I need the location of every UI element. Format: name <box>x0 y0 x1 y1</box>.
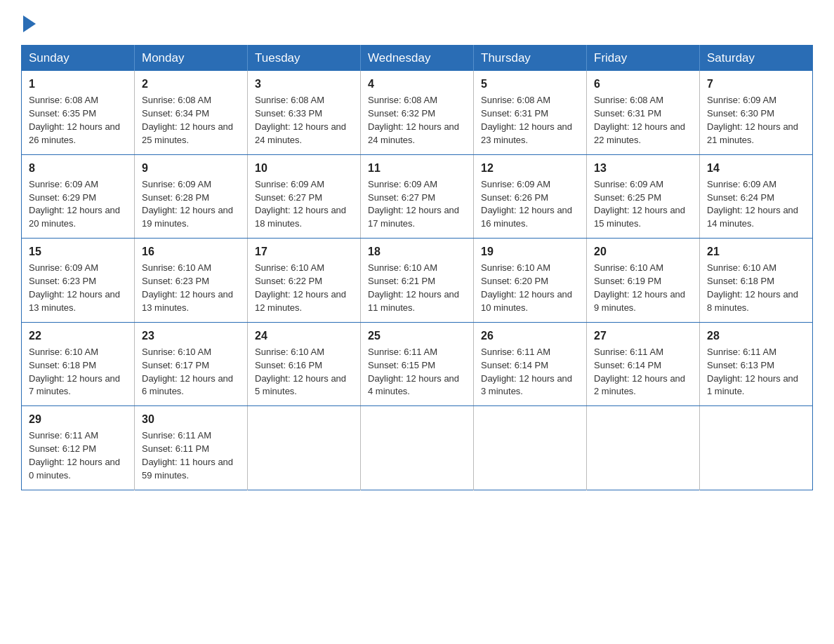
calendar-cell: 7 Sunrise: 6:09 AMSunset: 6:30 PMDayligh… <box>700 71 813 154</box>
day-info: Sunrise: 6:08 AMSunset: 6:31 PMDaylight:… <box>481 95 572 145</box>
day-info: Sunrise: 6:09 AMSunset: 6:25 PMDaylight:… <box>594 179 685 229</box>
calendar-week-row: 15 Sunrise: 6:09 AMSunset: 6:23 PMDaylig… <box>22 239 813 323</box>
day-info: Sunrise: 6:09 AMSunset: 6:24 PMDaylight:… <box>707 179 798 229</box>
day-number: 27 <box>594 328 692 344</box>
day-info: Sunrise: 6:08 AMSunset: 6:35 PMDaylight:… <box>29 95 120 145</box>
calendar-cell: 24 Sunrise: 6:10 AMSunset: 6:16 PMDaylig… <box>248 322 361 406</box>
day-number: 23 <box>142 328 240 344</box>
day-info: Sunrise: 6:10 AMSunset: 6:23 PMDaylight:… <box>142 262 233 313</box>
day-number: 14 <box>707 160 805 176</box>
day-number: 22 <box>29 328 127 344</box>
calendar-cell: 17 Sunrise: 6:10 AMSunset: 6:22 PMDaylig… <box>248 239 361 323</box>
logo <box>21 14 38 32</box>
calendar-cell: 1 Sunrise: 6:08 AMSunset: 6:35 PMDayligh… <box>22 71 135 154</box>
day-info: Sunrise: 6:09 AMSunset: 6:29 PMDaylight:… <box>29 179 120 229</box>
calendar-header-row: SundayMondayTuesdayWednesdayThursdayFrid… <box>22 46 813 72</box>
day-number: 12 <box>481 160 579 176</box>
day-info: Sunrise: 6:10 AMSunset: 6:19 PMDaylight:… <box>594 262 685 313</box>
day-number: 16 <box>142 243 240 260</box>
calendar-cell <box>474 406 587 490</box>
calendar-cell: 4 Sunrise: 6:08 AMSunset: 6:32 PMDayligh… <box>361 71 474 154</box>
day-number: 6 <box>594 76 692 92</box>
calendar-week-row: 8 Sunrise: 6:09 AMSunset: 6:29 PMDayligh… <box>22 154 813 239</box>
calendar-cell: 8 Sunrise: 6:09 AMSunset: 6:29 PMDayligh… <box>22 154 135 239</box>
header-monday: Monday <box>135 46 248 72</box>
day-info: Sunrise: 6:10 AMSunset: 6:17 PMDaylight:… <box>142 347 233 397</box>
day-info: Sunrise: 6:10 AMSunset: 6:21 PMDaylight:… <box>368 262 459 313</box>
calendar-cell: 12 Sunrise: 6:09 AMSunset: 6:26 PMDaylig… <box>474 154 587 239</box>
header-saturday: Saturday <box>700 46 813 72</box>
day-info: Sunrise: 6:09 AMSunset: 6:28 PMDaylight:… <box>142 179 233 229</box>
day-info: Sunrise: 6:08 AMSunset: 6:31 PMDaylight:… <box>594 95 685 145</box>
calendar-cell: 18 Sunrise: 6:10 AMSunset: 6:21 PMDaylig… <box>361 239 474 323</box>
day-number: 7 <box>707 76 805 92</box>
day-info: Sunrise: 6:09 AMSunset: 6:26 PMDaylight:… <box>481 179 572 229</box>
day-number: 4 <box>368 76 466 92</box>
day-number: 10 <box>255 160 353 176</box>
calendar-table: SundayMondayTuesdayWednesdayThursdayFrid… <box>21 45 813 490</box>
header-wednesday: Wednesday <box>361 46 474 72</box>
calendar-cell: 29 Sunrise: 6:11 AMSunset: 6:12 PMDaylig… <box>22 406 135 490</box>
day-number: 17 <box>255 243 353 260</box>
calendar-cell: 22 Sunrise: 6:10 AMSunset: 6:18 PMDaylig… <box>22 322 135 406</box>
header-friday: Friday <box>587 46 700 72</box>
day-info: Sunrise: 6:11 AMSunset: 6:13 PMDaylight:… <box>707 347 798 397</box>
calendar-cell: 26 Sunrise: 6:11 AMSunset: 6:14 PMDaylig… <box>474 322 587 406</box>
day-info: Sunrise: 6:09 AMSunset: 6:30 PMDaylight:… <box>707 95 798 145</box>
calendar-cell: 27 Sunrise: 6:11 AMSunset: 6:14 PMDaylig… <box>587 322 700 406</box>
day-number: 1 <box>29 76 127 92</box>
day-number: 21 <box>707 243 805 260</box>
day-number: 19 <box>481 243 579 260</box>
calendar-cell: 20 Sunrise: 6:10 AMSunset: 6:19 PMDaylig… <box>587 239 700 323</box>
calendar-cell: 5 Sunrise: 6:08 AMSunset: 6:31 PMDayligh… <box>474 71 587 154</box>
calendar-cell <box>700 406 813 490</box>
day-number: 3 <box>255 76 353 92</box>
day-number: 18 <box>368 243 466 260</box>
day-info: Sunrise: 6:11 AMSunset: 6:12 PMDaylight:… <box>29 430 120 481</box>
day-info: Sunrise: 6:10 AMSunset: 6:16 PMDaylight:… <box>255 347 346 397</box>
day-number: 11 <box>368 160 466 176</box>
day-number: 15 <box>29 243 127 260</box>
day-number: 30 <box>142 411 240 427</box>
day-info: Sunrise: 6:09 AMSunset: 6:27 PMDaylight:… <box>255 179 346 229</box>
day-info: Sunrise: 6:10 AMSunset: 6:20 PMDaylight:… <box>481 262 572 313</box>
calendar-cell: 15 Sunrise: 6:09 AMSunset: 6:23 PMDaylig… <box>22 239 135 323</box>
calendar-cell: 28 Sunrise: 6:11 AMSunset: 6:13 PMDaylig… <box>700 322 813 406</box>
day-number: 29 <box>29 411 127 427</box>
calendar-cell: 16 Sunrise: 6:10 AMSunset: 6:23 PMDaylig… <box>135 239 248 323</box>
day-number: 24 <box>255 328 353 344</box>
day-number: 5 <box>481 76 579 92</box>
calendar-cell: 2 Sunrise: 6:08 AMSunset: 6:34 PMDayligh… <box>135 71 248 154</box>
calendar-cell: 21 Sunrise: 6:10 AMSunset: 6:18 PMDaylig… <box>700 239 813 323</box>
calendar-cell: 23 Sunrise: 6:10 AMSunset: 6:17 PMDaylig… <box>135 322 248 406</box>
header-thursday: Thursday <box>474 46 587 72</box>
calendar-cell: 13 Sunrise: 6:09 AMSunset: 6:25 PMDaylig… <box>587 154 700 239</box>
calendar-cell: 25 Sunrise: 6:11 AMSunset: 6:15 PMDaylig… <box>361 322 474 406</box>
calendar-cell <box>248 406 361 490</box>
day-number: 28 <box>707 328 805 344</box>
day-info: Sunrise: 6:10 AMSunset: 6:22 PMDaylight:… <box>255 262 346 313</box>
day-number: 2 <box>142 76 240 92</box>
calendar-week-row: 29 Sunrise: 6:11 AMSunset: 6:12 PMDaylig… <box>22 406 813 490</box>
calendar-cell: 14 Sunrise: 6:09 AMSunset: 6:24 PMDaylig… <box>700 154 813 239</box>
day-number: 9 <box>142 160 240 176</box>
calendar-cell: 30 Sunrise: 6:11 AMSunset: 6:11 PMDaylig… <box>135 406 248 490</box>
calendar-cell <box>361 406 474 490</box>
day-number: 25 <box>368 328 466 344</box>
day-info: Sunrise: 6:10 AMSunset: 6:18 PMDaylight:… <box>29 347 120 397</box>
calendar-cell: 19 Sunrise: 6:10 AMSunset: 6:20 PMDaylig… <box>474 239 587 323</box>
day-info: Sunrise: 6:10 AMSunset: 6:18 PMDaylight:… <box>707 262 798 313</box>
day-number: 13 <box>594 160 692 176</box>
calendar-cell: 9 Sunrise: 6:09 AMSunset: 6:28 PMDayligh… <box>135 154 248 239</box>
page-header <box>21 14 813 32</box>
day-info: Sunrise: 6:09 AMSunset: 6:23 PMDaylight:… <box>29 262 120 313</box>
calendar-cell: 11 Sunrise: 6:09 AMSunset: 6:27 PMDaylig… <box>361 154 474 239</box>
day-number: 20 <box>594 243 692 260</box>
day-info: Sunrise: 6:08 AMSunset: 6:32 PMDaylight:… <box>368 95 459 145</box>
calendar-week-row: 1 Sunrise: 6:08 AMSunset: 6:35 PMDayligh… <box>22 71 813 154</box>
header-tuesday: Tuesday <box>248 46 361 72</box>
day-info: Sunrise: 6:11 AMSunset: 6:14 PMDaylight:… <box>481 347 572 397</box>
calendar-cell: 10 Sunrise: 6:09 AMSunset: 6:27 PMDaylig… <box>248 154 361 239</box>
calendar-cell: 6 Sunrise: 6:08 AMSunset: 6:31 PMDayligh… <box>587 71 700 154</box>
day-info: Sunrise: 6:08 AMSunset: 6:33 PMDaylight:… <box>255 95 346 145</box>
